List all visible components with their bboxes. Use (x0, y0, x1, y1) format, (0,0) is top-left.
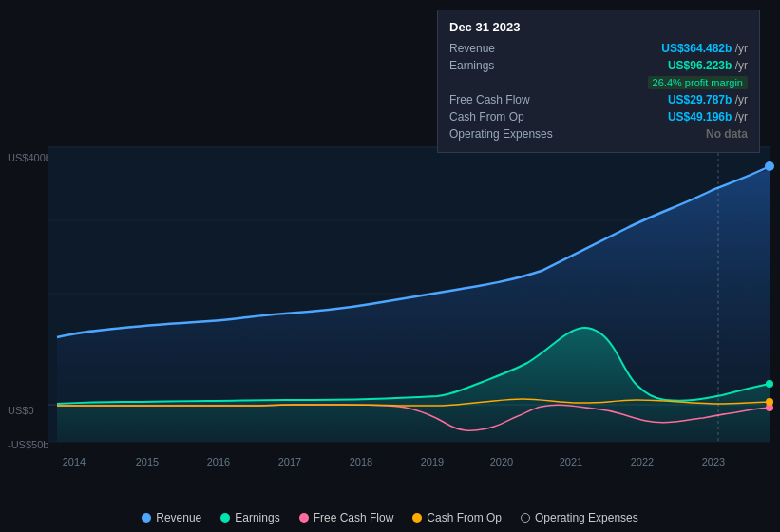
x-label-2017: 2017 (278, 456, 301, 467)
legend-item-revenue[interactable]: Revenue (142, 511, 201, 524)
tooltip-label-revenue: Revenue (449, 42, 563, 55)
legend-dot-cash-from-op (412, 513, 422, 522)
legend-label-earnings: Earnings (235, 511, 279, 524)
tooltip-row-operating-exp: Operating Expenses No data (449, 125, 748, 142)
x-label-2016: 2016 (207, 456, 230, 467)
tooltip-row-free-cash: Free Cash Flow US$29.787b /yr (449, 91, 748, 108)
tooltip-value-cash-from-op: US$49.196b /yr (668, 110, 748, 124)
tooltip-label-free-cash: Free Cash Flow (449, 93, 563, 106)
x-label-2018: 2018 (350, 456, 372, 467)
tooltip-profit-margin-badge: 26.4% profit margin (648, 76, 748, 89)
chart-legend: Revenue Earnings Free Cash Flow Cash Fro… (0, 511, 780, 524)
tooltip-label-cash-from-op: Cash From Op (449, 110, 563, 124)
revenue-endpoint (765, 162, 774, 171)
chart-container: Dec 31 2023 Revenue US$364.482b /yr Earn… (0, 0, 780, 532)
x-label-2014: 2014 (63, 456, 86, 467)
x-label-2021: 2021 (560, 456, 582, 467)
tooltip-row-revenue: Revenue US$364.482b /yr (449, 40, 748, 57)
x-label-2015: 2015 (136, 456, 159, 467)
cash-from-op-endpoint (766, 398, 773, 406)
earnings-endpoint (766, 380, 773, 388)
tooltip-label-operating-exp: Operating Expenses (449, 127, 563, 141)
tooltip-label-earnings: Earnings (449, 59, 563, 72)
tooltip-value-free-cash: US$29.787b /yr (668, 93, 748, 106)
legend-item-earnings[interactable]: Earnings (220, 511, 279, 524)
tooltip-value-operating-exp: No data (706, 127, 748, 141)
legend-label-operating-exp: Operating Expenses (535, 511, 638, 524)
x-label-2022: 2022 (631, 456, 654, 467)
tooltip-date: Dec 31 2023 (449, 20, 748, 34)
tooltip-row-earnings: Earnings US$96.223b /yr (449, 57, 748, 74)
tooltip-box: Dec 31 2023 Revenue US$364.482b /yr Earn… (437, 10, 760, 153)
tooltip-value-earnings: US$96.223b /yr (668, 59, 748, 72)
x-label-2019: 2019 (421, 456, 444, 467)
legend-dot-operating-exp (521, 513, 530, 522)
tooltip-row-profit-margin: 26.4% profit margin (449, 74, 748, 91)
tooltip-value-revenue: US$364.482b /yr (661, 42, 748, 55)
legend-item-operating-exp[interactable]: Operating Expenses (521, 511, 638, 524)
x-label-2023: 2023 (702, 456, 725, 467)
legend-item-free-cash[interactable]: Free Cash Flow (299, 511, 394, 524)
legend-label-cash-from-op: Cash From Op (427, 511, 502, 524)
legend-label-free-cash: Free Cash Flow (314, 511, 394, 524)
tooltip-row-cash-from-op: Cash From Op US$49.196b /yr (449, 108, 748, 125)
legend-label-revenue: Revenue (156, 511, 201, 524)
x-label-2020: 2020 (490, 456, 513, 467)
legend-item-cash-from-op[interactable]: Cash From Op (412, 511, 502, 524)
legend-dot-revenue (142, 513, 151, 522)
legend-dot-earnings (220, 513, 230, 522)
legend-dot-free-cash (299, 513, 309, 522)
